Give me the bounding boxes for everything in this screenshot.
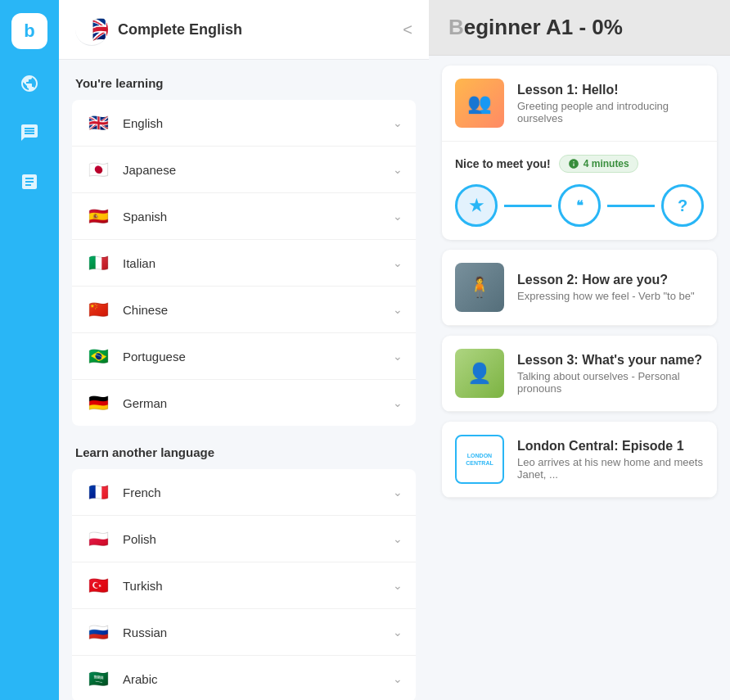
lesson-3-subtitle: Talking about ourselves - Personal prono… — [517, 370, 704, 395]
lang-item-polish[interactable]: 🇵🇱 Polish ⌄ — [72, 516, 416, 562]
nav-chart-icon[interactable] — [15, 167, 44, 196]
activity-steps-1: ★ ❝ ? — [455, 184, 704, 227]
step-line-1 — [504, 205, 552, 207]
chevron-italian: ⌄ — [393, 256, 403, 269]
header-flag: 🇬🇧 — [75, 13, 108, 46]
chevron-polish: ⌄ — [393, 532, 403, 545]
step-3: ? — [661, 184, 704, 227]
lesson-row-1[interactable]: 👥 Lesson 1: Hello! Greeting people and i… — [442, 65, 717, 142]
flag-german: 🇩🇪 — [85, 390, 111, 416]
chevron-spanish: ⌄ — [393, 210, 403, 223]
lang-item-russian[interactable]: 🇷🇺 Russian ⌄ — [72, 609, 416, 656]
step-1: ★ — [455, 184, 498, 227]
lesson-3-info: Lesson 3: What's your name? Talking abou… — [517, 353, 704, 395]
flag-japanese: 🇯🇵 — [85, 156, 111, 183]
chevron-french: ⌄ — [393, 485, 403, 499]
lesson-3-thumbnail: 👤 — [455, 349, 504, 398]
lang-item-japanese[interactable]: 🇯🇵 Japanese ⌄ — [72, 147, 416, 193]
flag-portuguese: 🇧🇷 — [85, 343, 111, 369]
flag-russian: 🇷🇺 — [85, 619, 111, 645]
lang-name-chinese: Chinese — [123, 303, 393, 317]
london-central-title: London Central: Episode 1 — [517, 439, 704, 454]
chevron-german: ⌄ — [393, 396, 403, 409]
lang-item-arabic[interactable]: 🇸🇦 Arabic ⌄ — [72, 656, 416, 700]
lesson-1-subtitle: Greeting people and introducing ourselve… — [517, 100, 704, 124]
lang-name-french: French — [123, 485, 393, 499]
panel-body: You're learning 🇬🇧 English ⌄ 🇯🇵 Japanese… — [59, 60, 429, 700]
back-button[interactable]: < — [403, 20, 412, 39]
lesson-card-2[interactable]: 🧍 Lesson 2: How are you? Expressing how … — [442, 250, 717, 326]
chevron-japanese: ⌄ — [393, 163, 403, 176]
lesson-row-london: LONDONCENTRAL London Central: Episode 1 … — [442, 422, 717, 498]
lesson-card-3[interactable]: 👤 Lesson 3: What's your name? Talking ab… — [442, 336, 717, 412]
lesson-2-info: Lesson 2: How are you? Expressing how we… — [517, 273, 695, 302]
step-2: ❝ — [558, 184, 601, 227]
lesson-1-thumbnail: 👥 — [455, 79, 504, 128]
chevron-arabic: ⌄ — [393, 672, 403, 685]
lesson-1-title: Lesson 1: Hello! — [517, 83, 704, 97]
chevron-portuguese: ⌄ — [393, 350, 403, 363]
lesson-2-title: Lesson 2: How are you? — [517, 273, 695, 287]
lang-name-turkish: Turkish — [123, 579, 393, 593]
main-header: Beginner A1 - 0% — [429, 0, 730, 56]
lesson-row-2: 🧍 Lesson 2: How are you? Expressing how … — [442, 250, 717, 326]
lesson-row-3: 👤 Lesson 3: What's your name? Talking ab… — [442, 336, 717, 412]
lesson-2-thumbnail: 🧍 — [455, 263, 504, 312]
london-central-thumbnail: LONDONCENTRAL — [455, 435, 504, 484]
lang-name-english: English — [123, 116, 393, 130]
another-language-section-title: Learn another language — [72, 445, 416, 459]
lesson-card-london[interactable]: LONDONCENTRAL London Central: Episode 1 … — [442, 422, 717, 498]
time-badge-1: 4 minutes — [559, 155, 638, 173]
lang-item-portuguese[interactable]: 🇧🇷 Portuguese ⌄ — [72, 333, 416, 380]
lesson-3-title: Lesson 3: What's your name? — [517, 353, 704, 368]
lang-name-japanese: Japanese — [123, 163, 393, 177]
lang-name-spanish: Spanish — [123, 210, 393, 224]
nav-chat-icon[interactable] — [15, 118, 44, 147]
learning-section-title: You're learning — [72, 76, 416, 90]
london-central-subtitle: Leo arrives at his new home and meets Ja… — [517, 456, 704, 481]
chevron-chinese: ⌄ — [393, 303, 403, 316]
lang-name-italian: Italian — [123, 256, 393, 270]
another-language-list: 🇫🇷 French ⌄ 🇵🇱 Polish ⌄ 🇹🇷 Turkish ⌄ 🇷🇺 … — [72, 469, 416, 700]
activity-label-1: Nice to meet you! 4 minutes — [455, 155, 704, 173]
lang-item-spanish[interactable]: 🇪🇸 Spanish ⌄ — [72, 193, 416, 240]
lang-name-arabic: Arabic — [123, 672, 393, 686]
lang-name-russian: Russian — [123, 625, 393, 639]
main-content: Beginner A1 - 0% 👥 Lesson 1: Hello! Gree… — [429, 0, 730, 700]
chevron-turkish: ⌄ — [393, 579, 403, 592]
lang-item-chinese[interactable]: 🇨🇳 Chinese ⌄ — [72, 287, 416, 333]
lesson-card-1: 👥 Lesson 1: Hello! Greeting people and i… — [442, 65, 717, 240]
lesson-2-subtitle: Expressing how we feel - Verb "to be" — [517, 290, 695, 302]
lang-item-turkish[interactable]: 🇹🇷 Turkish ⌄ — [72, 562, 416, 609]
language-panel: 🇬🇧 Complete English < You're learning 🇬🇧… — [59, 0, 429, 700]
lesson-1-info: Lesson 1: Hello! Greeting people and int… — [517, 83, 704, 124]
flag-italian: 🇮🇹 — [85, 250, 111, 276]
header-title: Complete English — [118, 21, 393, 38]
nav-globe-icon[interactable] — [15, 69, 44, 98]
sidebar-nav: b — [0, 0, 59, 700]
lang-name-german: German — [123, 396, 393, 410]
panel-header: 🇬🇧 Complete English < — [59, 0, 429, 60]
lang-item-french[interactable]: 🇫🇷 French ⌄ — [72, 469, 416, 516]
page-title: Beginner A1 - 0% — [448, 15, 710, 40]
chevron-russian: ⌄ — [393, 625, 403, 639]
step-line-2 — [607, 205, 655, 207]
lang-item-english[interactable]: 🇬🇧 English ⌄ — [72, 100, 416, 147]
flag-spanish: 🇪🇸 — [85, 203, 111, 229]
lang-name-polish: Polish — [123, 532, 393, 546]
london-central-info: London Central: Episode 1 Leo arrives at… — [517, 439, 704, 481]
chevron-english: ⌄ — [393, 116, 403, 129]
lang-item-german[interactable]: 🇩🇪 German ⌄ — [72, 380, 416, 426]
lang-item-italian[interactable]: 🇮🇹 Italian ⌄ — [72, 240, 416, 287]
app-logo[interactable]: b — [11, 13, 47, 49]
flag-english: 🇬🇧 — [85, 110, 111, 136]
flag-arabic: 🇸🇦 — [85, 666, 111, 692]
flag-turkish: 🇹🇷 — [85, 572, 111, 598]
flag-chinese: 🇨🇳 — [85, 296, 111, 323]
lang-name-portuguese: Portuguese — [123, 350, 393, 364]
activity-section-1: Nice to meet you! 4 minutes ★ ❝ ? — [442, 142, 717, 240]
flag-french: 🇫🇷 — [85, 479, 111, 505]
learning-language-list: 🇬🇧 English ⌄ 🇯🇵 Japanese ⌄ 🇪🇸 Spanish ⌄ … — [72, 100, 416, 426]
flag-polish: 🇵🇱 — [85, 526, 111, 552]
